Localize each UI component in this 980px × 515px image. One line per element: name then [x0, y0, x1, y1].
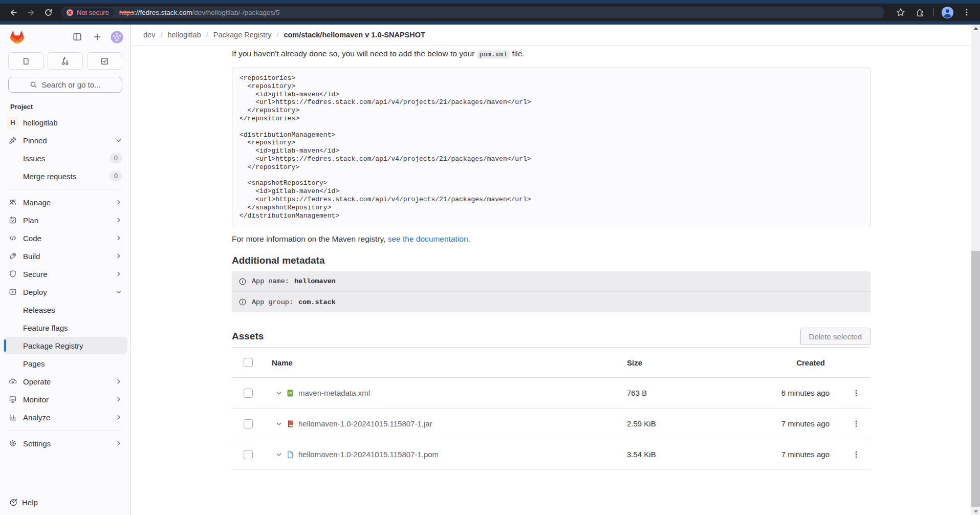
- expand-chevron-icon[interactable]: [276, 390, 282, 396]
- window-frame-top: [0, 0, 980, 4]
- breadcrumb-project[interactable]: hellogitlab: [167, 31, 201, 39]
- row-checkbox[interactable]: [244, 450, 253, 459]
- sidebar-item-monitor[interactable]: Monitor: [3, 391, 127, 408]
- metadata-label: App group:: [252, 298, 293, 306]
- forward-button[interactable]: [23, 5, 39, 20]
- chevron-right-icon: [115, 252, 122, 260]
- pom-file-icon: [286, 450, 294, 459]
- sidebar-item-project[interactable]: H hellogitlab: [3, 114, 127, 131]
- asset-size: 3.54 KiB: [627, 450, 724, 459]
- chevron-right-icon: [115, 234, 122, 242]
- expand-chevron-icon[interactable]: [276, 421, 282, 427]
- select-all-checkbox[interactable]: [244, 358, 253, 367]
- sidebar-item-label: Settings: [23, 439, 115, 448]
- user-avatar[interactable]: [111, 31, 123, 44]
- scrollbar-thumb[interactable]: [971, 251, 980, 507]
- help-button[interactable]: Help: [0, 492, 130, 512]
- maven-instructions-text: If you haven't already done so, you will…: [232, 48, 870, 60]
- sidebar-toggle-icon[interactable]: [71, 30, 84, 44]
- sidebar-item-issues[interactable]: Issues 0: [3, 149, 127, 167]
- reload-button[interactable]: [40, 5, 56, 20]
- sidebar-item-code[interactable]: Code: [3, 229, 127, 247]
- sidebar-item-label: Issues: [23, 154, 110, 163]
- sidebar-item-analyze[interactable]: Analyze: [3, 409, 127, 426]
- breadcrumb: dev / hellogitlab / Package Registry / c…: [143, 31, 425, 39]
- not-secure-label: Not secure: [77, 9, 109, 16]
- metadata-row-app-name: App name: hellomaven: [232, 271, 870, 292]
- shield-icon: [7, 270, 19, 278]
- calendar-check-icon: [7, 216, 19, 224]
- sidebar-item-merge-requests[interactable]: Merge requests 0: [3, 167, 127, 185]
- sidebar-item-label: Operate: [23, 377, 115, 386]
- breadcrumb-separator: /: [276, 31, 278, 39]
- address-bar[interactable]: Not secure https://fedres.stack.com/dev/…: [61, 7, 884, 18]
- sidebar-item-label: Pinned: [23, 136, 115, 145]
- metadata-list: App name: hellomaven App group: com.stac…: [232, 271, 870, 312]
- shortcut-merge-requests-button[interactable]: [48, 52, 83, 70]
- scrollbar-down-arrow[interactable]: [971, 508, 980, 515]
- people-icon: [7, 198, 19, 206]
- gitlab-logo[interactable]: [10, 31, 24, 44]
- row-actions-kebab[interactable]: [848, 385, 864, 401]
- back-button[interactable]: [5, 5, 21, 20]
- sidebar-item-label: Build: [23, 252, 115, 261]
- row-checkbox[interactable]: [244, 389, 253, 398]
- sidebar-section-label: Project: [0, 96, 130, 113]
- scrollbar-up-arrow[interactable]: [971, 25, 980, 32]
- sidebar-item-operate[interactable]: Operate: [3, 373, 127, 390]
- asset-name-link[interactable]: hellomaven-1.0-20241015.115807-1.jar: [298, 419, 432, 428]
- sidebar-item-pinned[interactable]: Pinned: [3, 132, 127, 149]
- search-input[interactable]: Search or go to...: [8, 77, 122, 93]
- asset-name-link[interactable]: hellomaven-1.0-20241015.115807-1.pom: [298, 450, 439, 459]
- sidebar-item-releases[interactable]: Releases: [3, 301, 127, 318]
- asset-size: 763 B: [627, 389, 724, 397]
- profile-avatar[interactable]: [939, 5, 955, 20]
- column-header-created: Created: [724, 358, 842, 367]
- chevron-right-icon: [115, 378, 122, 385]
- sidebar-item-label: Analyze: [23, 413, 115, 422]
- chevron-right-icon: [115, 440, 122, 447]
- sidebar-item-package-registry[interactable]: Package Registry: [3, 337, 127, 354]
- issue-document-icon: [21, 57, 30, 66]
- sidebar-item-label: Monitor: [23, 395, 115, 404]
- delete-selected-button[interactable]: Delete selected: [800, 328, 870, 345]
- breadcrumb-group[interactable]: dev: [143, 31, 155, 39]
- assets-table-header: Name Size Created: [232, 347, 870, 378]
- sidebar-item-secure[interactable]: Secure: [3, 265, 127, 283]
- sidebar-item-label: Plan: [23, 216, 115, 225]
- sidebar-item-pages[interactable]: Pages: [3, 355, 127, 372]
- table-row: maven-metadata.xml 763 B 6 minutes ago: [232, 378, 870, 409]
- sidebar-item-label: Deploy: [23, 288, 115, 296]
- url-path: /dev/hellogitlab/-/packages/5: [192, 9, 279, 16]
- sidebar-item-manage[interactable]: Manage: [3, 194, 127, 211]
- sidebar-item-build[interactable]: Build: [3, 247, 127, 265]
- extensions-icon[interactable]: [912, 5, 928, 20]
- bookmark-star-button[interactable]: [892, 5, 909, 20]
- page-body: If you haven't already done so, you will…: [131, 46, 971, 515]
- monitor-icon: [7, 395, 19, 403]
- row-checkbox[interactable]: [244, 419, 253, 428]
- code-brackets-icon: [7, 234, 19, 242]
- expand-chevron-icon[interactable]: [276, 452, 282, 458]
- sidebar-divider: [8, 189, 122, 189]
- shortcut-issues-button[interactable]: [8, 52, 43, 70]
- shortcut-todo-button[interactable]: [87, 52, 122, 70]
- table-row: hellomaven-1.0-20241015.115807-1.jar 2.5…: [232, 409, 870, 439]
- sidebar-item-plan[interactable]: Plan: [3, 211, 127, 229]
- jar-file-icon: [286, 420, 294, 428]
- asset-name-link[interactable]: maven-metadata.xml: [298, 389, 370, 397]
- asset-size: 2.59 KiB: [627, 419, 724, 428]
- sidebar-item-feature-flags[interactable]: Feature flags: [3, 319, 127, 336]
- documentation-link[interactable]: see the documentation: [388, 234, 468, 243]
- breadcrumb-package-registry[interactable]: Package Registry: [213, 31, 272, 39]
- sidebar-item-settings[interactable]: Settings: [3, 435, 127, 452]
- sidebar-item-deploy[interactable]: Deploy: [3, 283, 127, 301]
- row-actions-kebab[interactable]: [848, 416, 864, 432]
- breadcrumb-bar: dev / hellogitlab / Package Registry / c…: [131, 25, 971, 46]
- create-new-icon[interactable]: [91, 30, 104, 44]
- chart-icon: [7, 413, 19, 421]
- not-secure-chip[interactable]: Not secure: [63, 8, 114, 17]
- browser-menu-kebab[interactable]: [959, 5, 975, 20]
- row-actions-kebab[interactable]: [848, 446, 864, 463]
- breadcrumb-separator: /: [160, 31, 162, 39]
